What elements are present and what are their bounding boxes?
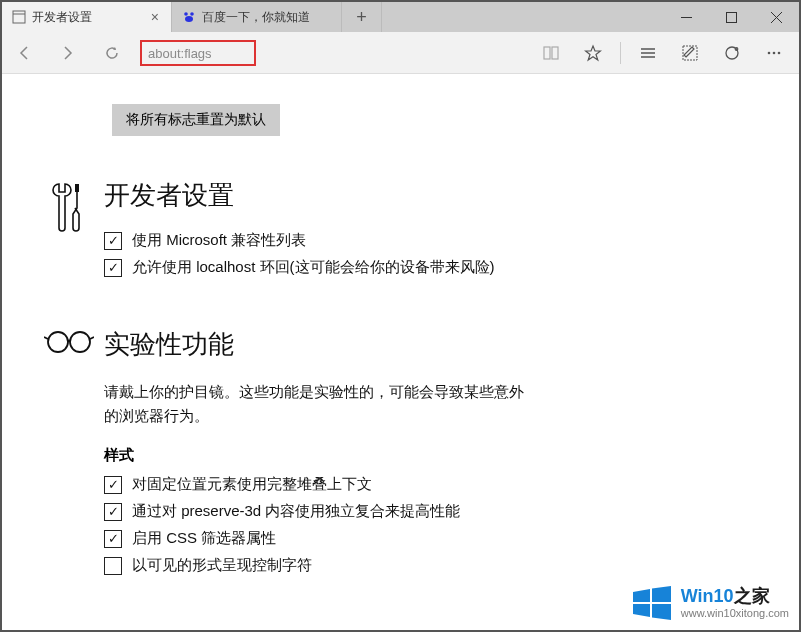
tab-developer-settings[interactable]: 开发者设置 × [2,2,172,32]
close-window-button[interactable] [754,2,799,32]
maximize-button[interactable] [709,2,754,32]
baidu-icon [182,10,196,24]
window-controls [664,2,799,32]
watermark-url: www.win10xitong.com [681,607,789,619]
watermark-title: Win10之家 [681,587,789,607]
svg-rect-0 [13,11,25,23]
watermark-suffix: 之家 [734,586,770,606]
close-icon[interactable]: × [149,9,161,25]
svg-point-22 [70,332,90,352]
svg-point-15 [726,47,738,59]
toolbar [2,32,799,74]
favorites-button[interactable] [574,34,612,72]
new-tab-button[interactable]: + [342,2,382,32]
svg-point-19 [778,51,781,54]
watermark: Win10之家 www.win10xitong.com [631,582,789,624]
option-label: 允许使用 localhost 环回(这可能会给你的设备带来风险) [132,258,495,277]
option-label: 使用 Microsoft 兼容性列表 [132,231,306,250]
forward-button[interactable] [46,32,90,74]
divider [620,42,621,64]
option-label: 以可见的形式呈现控制字符 [132,556,312,575]
webnote-button[interactable] [671,34,709,72]
option-compat-list[interactable]: 使用 Microsoft 兼容性列表 [104,231,759,250]
option-css-filters[interactable]: 启用 CSS 筛选器属性 [104,529,759,548]
option-label: 启用 CSS 筛选器属性 [132,529,276,548]
address-bar-highlight [140,40,256,66]
page-content: 将所有标志重置为默认 开发者设置 使用 Microsoft 兼容性列表 [2,74,799,630]
svg-rect-9 [544,47,550,59]
tab-baidu[interactable]: 百度一下，你就知道 [172,2,342,32]
section-developer: 开发者设置 使用 Microsoft 兼容性列表 允许使用 localhost … [2,178,799,285]
tab-label: 百度一下，你就知道 [202,9,331,26]
checkbox-icon [104,503,122,521]
svg-rect-10 [552,47,558,59]
option-preserve3d-compositing[interactable]: 通过对 preserve-3d 内容使用独立复合来提高性能 [104,502,759,521]
checkbox-icon [104,530,122,548]
checkbox-icon [104,259,122,277]
svg-point-2 [184,12,188,16]
option-label: 对固定位置元素使用完整堆叠上下文 [132,475,372,494]
checkbox-icon [104,557,122,575]
reset-flags-button[interactable]: 将所有标志重置为默认 [112,104,280,136]
watermark-brand: Win10 [681,586,734,606]
option-label: 通过对 preserve-3d 内容使用独立复合来提高性能 [132,502,460,521]
share-button[interactable] [713,34,751,72]
minimize-button[interactable] [664,2,709,32]
page-icon [12,10,26,24]
option-fixed-stacking[interactable]: 对固定位置元素使用完整堆叠上下文 [104,475,759,494]
tab-label: 开发者设置 [32,9,143,26]
hub-button[interactable] [629,34,667,72]
goggles-icon [34,327,104,583]
svg-point-18 [773,51,776,54]
more-button[interactable] [755,34,793,72]
toolbar-right [532,34,799,72]
svg-line-24 [90,337,94,339]
option-localhost-loopback[interactable]: 允许使用 localhost 环回(这可能会给你的设备带来风险) [104,258,759,277]
option-control-char-visible[interactable]: 以可见的形式呈现控制字符 [104,556,759,575]
back-button[interactable] [2,32,46,74]
refresh-button[interactable] [90,32,134,74]
svg-line-23 [44,337,48,339]
section-description: 请戴上你的护目镜。这些功能是实验性的，可能会导致某些意外的浏览器行为。 [104,380,524,428]
windows-logo-icon [631,582,673,624]
svg-point-4 [185,16,193,22]
section-title: 开发者设置 [104,178,759,213]
section-title: 实验性功能 [104,327,759,362]
tab-bar: 开发者设置 × 百度一下，你就知道 + [2,2,799,32]
tools-icon [34,178,104,285]
section-experimental: 实验性功能 请戴上你的护目镜。这些功能是实验性的，可能会导致某些意外的浏览器行为… [2,327,799,583]
checkbox-icon [104,232,122,250]
svg-point-21 [48,332,68,352]
svg-rect-6 [727,12,737,22]
svg-point-17 [768,51,771,54]
svg-point-3 [190,12,194,16]
browser-window: 开发者设置 × 百度一下，你就知道 + [2,2,799,630]
address-bar[interactable] [148,46,248,61]
reading-view-button[interactable] [532,34,570,72]
checkbox-icon [104,476,122,494]
sub-heading-styles: 样式 [104,446,759,465]
